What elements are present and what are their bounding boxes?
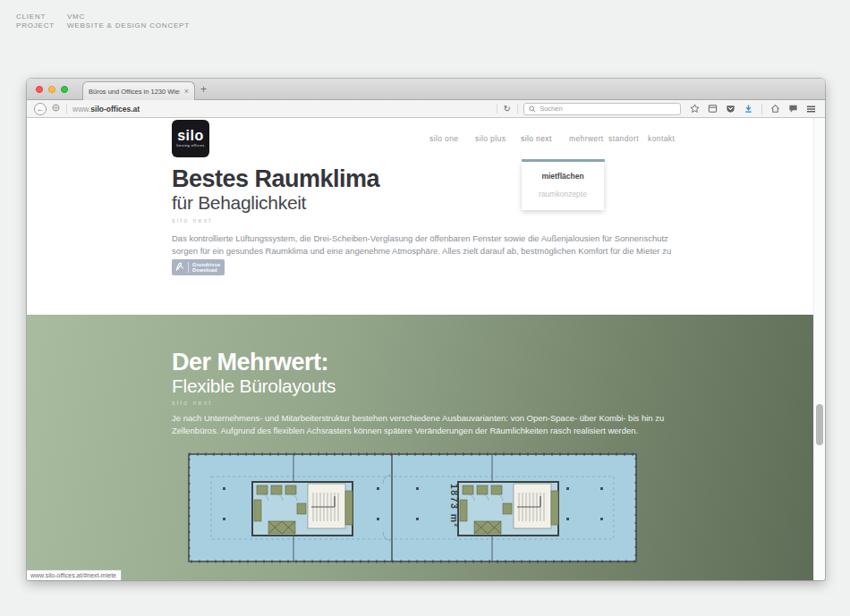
presentation-canvas: CLIENT VMC PROJECT WEBSITE & DESIGN CONC… bbox=[0, 0, 850, 616]
annotation-label: CLIENT bbox=[16, 13, 55, 21]
silo-logo[interactable]: silo liesing offices bbox=[172, 120, 209, 157]
floorplan-area-label: 1873 m² bbox=[449, 484, 460, 528]
core-right bbox=[458, 482, 558, 536]
annotation-value: WEBSITE & DESIGN CONCEPT bbox=[67, 21, 190, 30]
close-window-button[interactable] bbox=[36, 86, 43, 93]
scrollbar-thumb[interactable] bbox=[816, 404, 823, 445]
toolbar-separator bbox=[761, 104, 762, 114]
nav-item-standort[interactable]: standort bbox=[608, 134, 639, 143]
grundrisse-download-button[interactable]: Grundrisse Download bbox=[172, 259, 225, 275]
browser-url-bar: ← www.silo-offices.at ↻ bbox=[27, 100, 825, 118]
reload-button[interactable]: ↻ bbox=[497, 104, 518, 114]
section-subtitle: für Behaglichkeit bbox=[172, 192, 306, 214]
nav-item-silo-one[interactable]: silo one bbox=[429, 134, 459, 143]
annotation-label: PROJECT bbox=[16, 21, 55, 30]
page-globe-icon bbox=[52, 104, 60, 114]
browser-tab[interactable]: Büros und Offices in 1230 Wien ... × bbox=[82, 81, 195, 100]
section-body: Je nach Unternehmens- und Mitarbeiterstr… bbox=[172, 412, 695, 437]
search-box[interactable] bbox=[523, 103, 681, 115]
nav-item-mehrwert[interactable]: mehrwert bbox=[569, 134, 604, 143]
tab-title: Büros und Offices in 1230 Wien ... bbox=[89, 88, 180, 96]
silo-next-dropdown: mietflächen raumkonzepte bbox=[522, 162, 604, 210]
tab-close-icon[interactable]: × bbox=[184, 88, 189, 96]
scrollbar-track[interactable] bbox=[813, 118, 825, 580]
star-icon[interactable] bbox=[690, 104, 700, 114]
section-body: Das kontrollierte Lüftungssystem, die Dr… bbox=[172, 232, 691, 270]
menu-icon[interactable] bbox=[806, 104, 816, 114]
pocket-icon[interactable] bbox=[726, 104, 735, 114]
window-controls bbox=[36, 86, 68, 93]
url-prefix: www. bbox=[72, 105, 90, 114]
section-title: Bestes Raumklima bbox=[172, 165, 379, 193]
zoom-window-button[interactable] bbox=[61, 86, 68, 93]
chat-icon[interactable] bbox=[788, 104, 798, 114]
search-input[interactable] bbox=[540, 105, 676, 113]
browser-window: Büros und Offices in 1230 Wien ... × + ←… bbox=[27, 79, 825, 580]
project-annotation: CLIENT VMC PROJECT WEBSITE & DESIGN CONC… bbox=[16, 13, 190, 30]
back-button[interactable]: ← bbox=[34, 103, 47, 115]
annotation-value: VMC bbox=[67, 13, 190, 21]
nav-item-silo-next[interactable]: silo next bbox=[521, 134, 552, 143]
logo-text: silo bbox=[172, 128, 209, 144]
search-icon bbox=[528, 104, 537, 114]
section-tag: silo next bbox=[172, 400, 212, 406]
download-button-label: Grundrisse Download bbox=[192, 262, 220, 274]
dropdown-item-mietflaechen[interactable]: mietflächen bbox=[522, 167, 604, 185]
section-tag: silo next bbox=[172, 217, 212, 224]
download-icon[interactable] bbox=[744, 104, 753, 114]
minimize-window-button[interactable] bbox=[48, 86, 55, 93]
section-mehrwert: Der Mehrwert: Flexible Bürolayouts silo … bbox=[27, 315, 825, 580]
url-domain: silo-offices.at bbox=[90, 105, 140, 114]
archive-icon[interactable] bbox=[708, 104, 718, 114]
page-viewport: silo liesing offices silo one silo plus … bbox=[27, 118, 825, 580]
link-preview-statusbar: www.silo-offices.at/#next-miete bbox=[27, 570, 122, 580]
pdf-icon bbox=[175, 259, 184, 275]
address-field[interactable]: www.silo-offices.at bbox=[66, 105, 140, 114]
dropdown-item-raumkonzepte[interactable]: raumkonzepte bbox=[522, 185, 604, 203]
core-left bbox=[252, 482, 353, 536]
home-icon[interactable] bbox=[770, 104, 780, 114]
nav-item-kontakt[interactable]: kontakt bbox=[648, 134, 675, 143]
logo-subtext: liesing offices bbox=[172, 144, 209, 148]
floorplan-image: 1873 m² bbox=[188, 450, 637, 566]
section-title: Der Mehrwert: bbox=[172, 349, 328, 376]
browser-tab-bar: Büros und Offices in 1230 Wien ... × + bbox=[27, 79, 825, 100]
new-tab-button[interactable]: + bbox=[200, 83, 207, 96]
toolbar-icons bbox=[690, 104, 816, 114]
section-subtitle: Flexible Bürolayouts bbox=[172, 376, 336, 397]
nav-item-silo-plus[interactable]: silo plus bbox=[475, 134, 506, 143]
button-divider bbox=[188, 262, 189, 273]
